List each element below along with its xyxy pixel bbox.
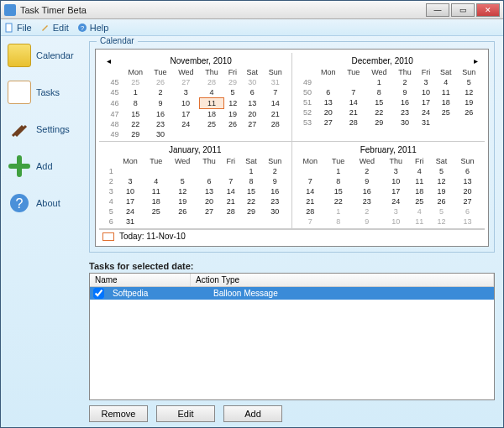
calendar-day[interactable]: 22	[240, 196, 263, 206]
calendar-day[interactable]: 6	[197, 176, 222, 186]
calendar-day[interactable]: 12	[457, 87, 481, 97]
calendar-day[interactable]: 26	[429, 196, 454, 206]
calendar-day[interactable]: 13	[315, 97, 342, 107]
calendar-day[interactable]: 29	[240, 206, 263, 217]
calendar-day[interactable]: 7	[342, 87, 365, 97]
calendar-day[interactable]: 26	[457, 107, 481, 117]
calendar-day[interactable]	[457, 117, 481, 128]
calendar-day[interactable]: 28	[342, 117, 365, 128]
menu-edit[interactable]: Edit	[40, 23, 69, 33]
calendar-day[interactable]: 9	[149, 98, 172, 109]
calendar-day[interactable]: 29	[223, 77, 241, 87]
calendar-day[interactable]: 25	[122, 77, 148, 87]
calendar-day[interactable]: 2	[351, 206, 382, 217]
calendar-day[interactable]	[144, 217, 168, 227]
calendar-day[interactable]: 28	[296, 206, 325, 217]
calendar-day[interactable]: 12	[168, 186, 197, 196]
calendar-day[interactable]	[263, 129, 287, 139]
next-month-button[interactable]: ▸	[470, 56, 481, 65]
calendar-day[interactable]: 5	[457, 77, 481, 87]
calendar-day[interactable]	[200, 129, 224, 139]
calendar-day[interactable]: 11	[144, 186, 168, 196]
calendar-day[interactable]: 4	[200, 87, 224, 98]
calendar-day[interactable]: 24	[172, 119, 200, 129]
calendar-day[interactable]: 24	[417, 107, 434, 117]
sidebar-item-add[interactable]: Add	[4, 152, 86, 180]
calendar-day[interactable]: 14	[263, 98, 287, 109]
calendar-day[interactable]: 27	[172, 77, 200, 87]
calendar-day[interactable]: 3	[117, 176, 144, 186]
calendar-day[interactable]: 8	[325, 217, 352, 227]
calendar-day[interactable]: 16	[149, 109, 172, 120]
calendar-day[interactable]: 5	[168, 176, 197, 186]
calendar-day[interactable]: 7	[263, 87, 287, 98]
calendar-day[interactable]	[222, 166, 240, 176]
calendar-day[interactable]	[117, 166, 144, 176]
task-row[interactable]: SoftpediaBalloon Message	[90, 287, 494, 300]
today-row[interactable]: Today: 11-Nov-10	[99, 229, 485, 243]
calendar-day[interactable]: 8	[365, 87, 393, 97]
calendar-day[interactable]: 23	[351, 196, 382, 206]
calendar-day[interactable]	[172, 129, 200, 139]
close-button[interactable]: ✕	[476, 3, 500, 17]
calendar-day[interactable]: 3	[382, 166, 409, 176]
calendar-day[interactable]: 16	[262, 186, 287, 196]
sidebar-item-about[interactable]: ? About	[4, 189, 86, 217]
sidebar-item-settings[interactable]: Settings	[4, 115, 86, 144]
edit-button[interactable]: Edit	[156, 405, 215, 422]
calendar-day[interactable]: 13	[454, 176, 481, 186]
calendar-day[interactable]	[197, 217, 222, 227]
calendar-day[interactable]: 7	[296, 217, 325, 227]
calendar-day[interactable]: 2	[149, 87, 172, 98]
calendar-day[interactable]: 25	[435, 107, 457, 117]
calendar-day[interactable]: 11	[409, 176, 429, 186]
calendar-day[interactable]: 1	[122, 87, 148, 98]
calendar-day[interactable]: 15	[365, 97, 393, 107]
menu-file[interactable]: File	[4, 23, 32, 33]
task-checkbox[interactable]	[93, 288, 104, 299]
calendar-day[interactable]: 29	[365, 117, 393, 128]
calendar-day[interactable]: 23	[149, 119, 172, 129]
calendar-day[interactable]: 27	[454, 196, 481, 206]
calendar-day[interactable]: 9	[351, 176, 382, 186]
calendar-day[interactable]: 21	[296, 196, 325, 206]
calendar-day[interactable]: 30	[393, 117, 417, 128]
calendar-day[interactable]: 12	[223, 98, 241, 109]
calendar-day[interactable]: 27	[315, 117, 342, 128]
calendar-day[interactable]: 13	[197, 186, 222, 196]
calendar-day[interactable]: 4	[435, 77, 457, 87]
calendar-day[interactable]: 20	[454, 186, 481, 196]
calendar-day[interactable]	[240, 217, 263, 227]
calendar-day[interactable]: 31	[117, 217, 144, 227]
calendar-day[interactable]: 5	[429, 166, 454, 176]
calendar-day[interactable]	[223, 129, 241, 139]
calendar-day[interactable]: 6	[454, 166, 481, 176]
calendar-day[interactable]: 26	[223, 119, 241, 129]
calendar-day[interactable]: 18	[144, 196, 168, 206]
calendar-day[interactable]: 2	[393, 77, 417, 87]
calendar-day[interactable]: 26	[168, 206, 197, 217]
calendar-day[interactable]: 9	[351, 217, 382, 227]
calendar-day[interactable]: 29	[122, 129, 148, 139]
col-name[interactable]: Name	[90, 274, 191, 286]
calendar-day[interactable]: 17	[172, 109, 200, 120]
calendar-day[interactable]: 14	[222, 186, 240, 196]
calendar-day[interactable]: 1	[325, 206, 352, 217]
calendar-day[interactable]	[435, 117, 457, 128]
calendar-day[interactable]: 5	[223, 87, 241, 98]
calendar-day[interactable]: 18	[435, 97, 457, 107]
add-button[interactable]: Add	[223, 405, 282, 422]
calendar-day[interactable]: 21	[263, 109, 287, 120]
calendar-day[interactable]: 22	[365, 107, 393, 117]
calendar-day[interactable]: 26	[149, 77, 172, 87]
calendar-day[interactable]: 23	[393, 107, 417, 117]
calendar-day[interactable]: 19	[223, 109, 241, 120]
calendar-day[interactable]: 15	[122, 109, 148, 120]
sidebar-item-calendar[interactable]: Calendar	[4, 41, 86, 70]
calendar-day[interactable]: 13	[454, 217, 481, 227]
calendar-day[interactable]	[242, 129, 264, 139]
calendar-day[interactable]	[262, 217, 287, 227]
calendar-day[interactable]: 15	[240, 186, 263, 196]
calendar-day[interactable]: 17	[117, 196, 144, 206]
calendar-day[interactable]: 16	[351, 186, 382, 196]
